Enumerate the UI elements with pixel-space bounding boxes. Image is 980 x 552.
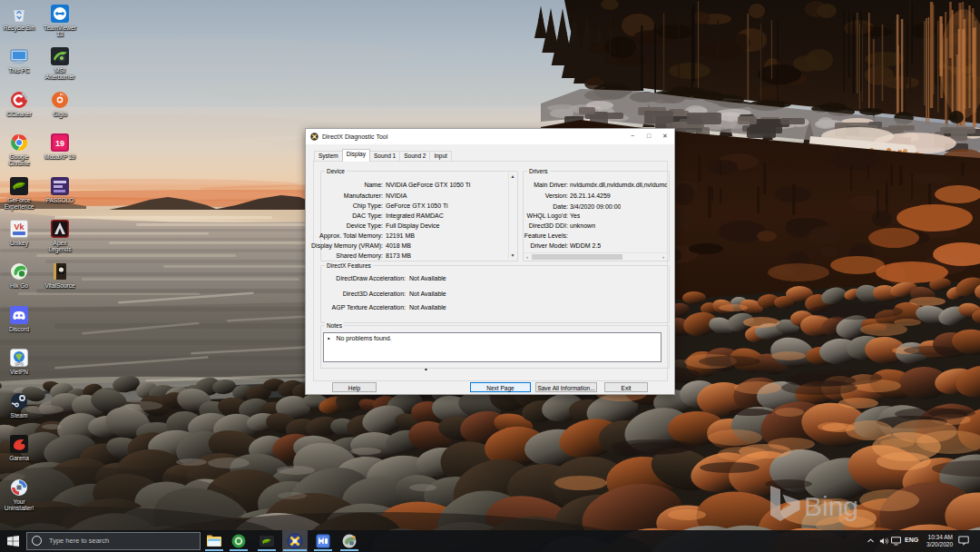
svg-text:VPN: VPN (15, 362, 23, 367)
svg-text:Bing: Bing (804, 491, 858, 521)
svg-text:Vk: Vk (14, 222, 24, 232)
svg-text:19: 19 (55, 139, 64, 148)
